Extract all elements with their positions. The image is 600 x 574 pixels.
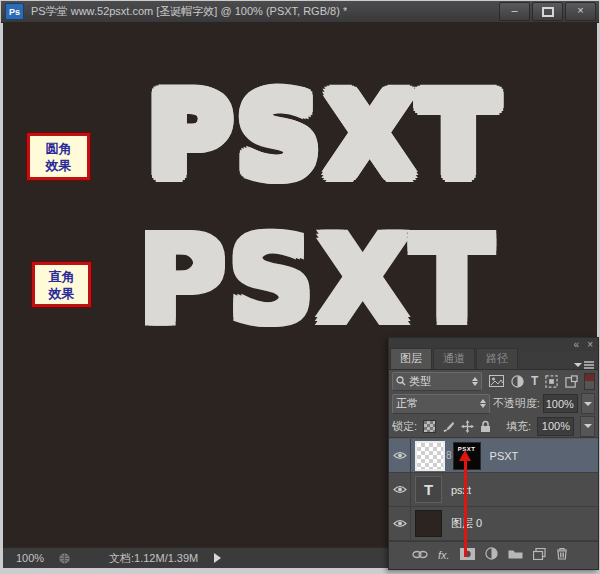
layer-list: 8 PSXT PSXT T psxt 图层 0 xyxy=(389,438,598,541)
visibility-toggle[interactable] xyxy=(389,439,411,472)
zoom-level-field[interactable]: 100% xyxy=(16,552,52,564)
filter-adjustment-layers-icon[interactable] xyxy=(511,375,524,388)
new-group-folder-icon[interactable] xyxy=(508,548,523,561)
layers-panel-bottom-bar: fx. xyxy=(389,541,598,567)
triangle-down-icon xyxy=(584,424,592,428)
square-psxt-text: PSXT xyxy=(138,220,495,340)
eye-icon xyxy=(393,519,407,528)
type-layer-thumbnail[interactable]: T xyxy=(415,476,442,503)
panel-menu-icon[interactable] xyxy=(574,361,594,369)
vector-mask-thumbnail[interactable] xyxy=(415,441,445,471)
document-size-info: 文档:1.12M/1.39M xyxy=(109,551,198,566)
lock-row: 锁定: 填充: 100% xyxy=(389,415,598,438)
rounded-psxt-text: PSXT xyxy=(148,79,503,193)
updown-arrows-icon xyxy=(468,377,478,386)
maximize-button[interactable] xyxy=(532,2,563,21)
close-button[interactable]: × xyxy=(565,2,596,21)
blend-mode-row: 正常 不透明度: 100% xyxy=(389,392,598,415)
blend-mode-select[interactable]: 正常 xyxy=(392,394,490,414)
status-options-arrow-icon[interactable] xyxy=(214,553,221,563)
visibility-toggle[interactable] xyxy=(389,473,411,506)
opacity-dropdown-button[interactable] xyxy=(581,393,595,414)
layer-style-fx-icon[interactable]: fx. xyxy=(438,549,450,561)
photoshop-app-icon: Ps xyxy=(5,3,24,20)
fill-label: 填充: xyxy=(506,419,531,434)
new-layer-icon[interactable] xyxy=(533,548,546,562)
filter-type-label: 类型 xyxy=(409,374,431,389)
close-panel-icon[interactable]: × xyxy=(587,340,593,350)
layer-name[interactable]: psxt xyxy=(451,484,471,496)
fill-dropdown-button[interactable] xyxy=(580,416,595,437)
triangle-down-icon xyxy=(584,402,592,406)
rounded-effect-label-line1: 圆角 xyxy=(30,140,87,157)
filter-type-select[interactable]: 类型 xyxy=(392,372,482,391)
lock-all-padlock-icon[interactable] xyxy=(480,420,491,433)
collapse-panel-icon[interactable]: « xyxy=(574,340,580,350)
triangle-down-icon xyxy=(574,363,582,367)
opacity-value-field[interactable]: 100% xyxy=(543,394,578,413)
panel-tab-bar: 图层 通道 路径 xyxy=(389,351,598,370)
square-effect-label-line1: 直角 xyxy=(35,268,88,285)
filter-type-layers-icon[interactable]: T xyxy=(531,374,538,388)
maximize-icon xyxy=(542,7,554,17)
visibility-toggle[interactable] xyxy=(389,507,411,540)
fill-value-field[interactable]: 100% xyxy=(537,417,574,436)
filter-smart-objects-icon[interactable] xyxy=(565,375,578,388)
layer-row-psxt-shape[interactable]: 8 PSXT PSXT xyxy=(389,439,598,473)
tab-paths[interactable]: 路径 xyxy=(476,348,518,369)
opacity-label: 不透明度: xyxy=(493,396,540,411)
minimize-button[interactable]: – xyxy=(499,2,530,21)
filter-toggle-switch[interactable] xyxy=(584,373,595,390)
window-title: PS学堂 www.52psxt.com [圣诞帽字效] @ 100% (PSXT… xyxy=(31,4,347,19)
lock-transparency-icon[interactable] xyxy=(423,420,436,433)
lock-position-move-icon[interactable] xyxy=(461,420,474,433)
title-bar[interactable]: Ps PS学堂 www.52psxt.com [圣诞帽字效] @ 100% (P… xyxy=(1,1,599,23)
square-effect-label: 直角 效果 xyxy=(32,262,91,307)
status-globe-icon xyxy=(58,552,71,565)
adjustment-layer-icon[interactable] xyxy=(485,547,498,562)
add-layer-mask-icon[interactable] xyxy=(460,548,475,562)
filter-pixel-layers-icon[interactable] xyxy=(489,375,504,387)
lock-pixels-brush-icon[interactable] xyxy=(442,420,455,433)
hamburger-lines-icon xyxy=(584,361,594,369)
window-controls: – × xyxy=(499,2,596,21)
blend-mode-value: 正常 xyxy=(396,396,418,411)
layer-filter-row: 类型 T xyxy=(389,370,598,392)
layer-row-background[interactable]: 图层 0 xyxy=(389,507,598,541)
updown-arrows-icon xyxy=(476,399,486,408)
link-layers-icon[interactable] xyxy=(412,549,428,561)
rounded-effect-label: 圆角 效果 xyxy=(27,133,90,180)
layers-panel: « × 图层 通道 路径 类型 T xyxy=(388,337,599,570)
eye-icon xyxy=(393,485,407,494)
link-mask-icon: 8 xyxy=(446,450,452,461)
tab-layers[interactable]: 图层 xyxy=(390,348,432,369)
tab-channels[interactable]: 通道 xyxy=(433,348,475,369)
search-icon xyxy=(396,376,406,386)
delete-layer-trash-icon[interactable] xyxy=(556,547,568,562)
annotation-arrow-line xyxy=(464,460,467,557)
layer-name[interactable]: PSXT xyxy=(490,450,519,462)
layer-row-psxt-type[interactable]: T psxt xyxy=(389,473,598,507)
eye-icon xyxy=(393,451,407,460)
layer-thumbnail-background[interactable] xyxy=(415,510,442,537)
lock-label: 锁定: xyxy=(392,419,417,434)
square-effect-label-line2: 效果 xyxy=(35,285,88,302)
photoshop-window: Ps PS学堂 www.52psxt.com [圣诞帽字效] @ 100% (P… xyxy=(0,0,600,574)
filter-shape-layers-icon[interactable] xyxy=(545,375,558,388)
rounded-effect-label-line2: 效果 xyxy=(30,157,87,174)
